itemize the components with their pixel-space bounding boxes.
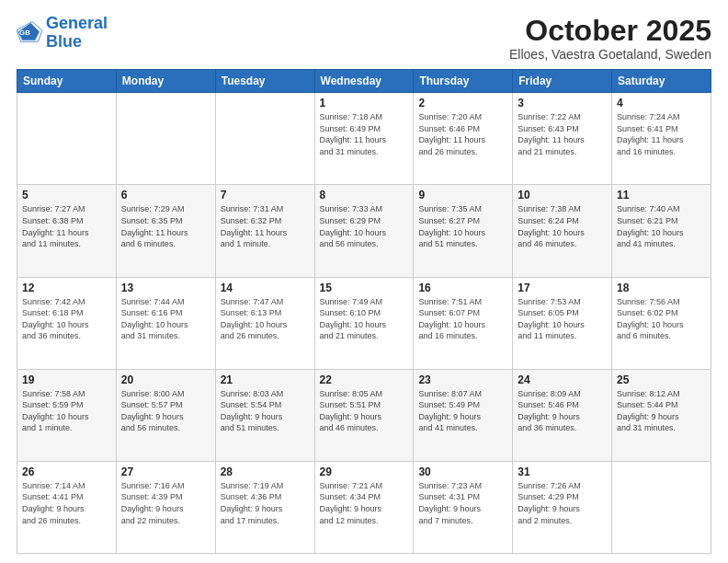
day-number: 8 [320, 189, 409, 201]
day-info: Sunrise: 7:22 AM Sunset: 6:43 PM Dayligh… [518, 111, 607, 157]
calendar-cell: 30Sunrise: 7:23 AM Sunset: 4:31 PM Dayli… [414, 461, 513, 553]
day-info: Sunrise: 8:05 AM Sunset: 5:51 PM Dayligh… [320, 388, 409, 434]
weekday-header-saturday: Saturday [612, 70, 711, 93]
day-number: 13 [121, 282, 210, 294]
logo-line2: Blue [46, 32, 82, 51]
calendar-subtitle: Elloes, Vaestra Goetaland, Sweden [509, 47, 711, 62]
day-info: Sunrise: 7:51 AM Sunset: 6:07 PM Dayligh… [418, 296, 507, 342]
logo-text: General Blue [46, 15, 108, 52]
day-number: 27 [121, 465, 210, 478]
day-number: 10 [518, 189, 607, 201]
day-number: 14 [221, 282, 310, 294]
calendar-table: SundayMondayTuesdayWednesdayThursdayFrid… [17, 69, 711, 554]
day-number: 28 [221, 465, 310, 478]
calendar-cell: 27Sunrise: 7:16 AM Sunset: 4:39 PM Dayli… [116, 461, 215, 553]
calendar-cell: 8Sunrise: 7:33 AM Sunset: 6:29 PM Daylig… [314, 185, 414, 277]
day-info: Sunrise: 7:24 AM Sunset: 6:41 PM Dayligh… [617, 111, 706, 157]
calendar-cell [215, 93, 314, 185]
calendar-cell: 25Sunrise: 8:12 AM Sunset: 5:44 PM Dayli… [612, 369, 711, 461]
calendar-cell: 3Sunrise: 7:22 AM Sunset: 6:43 PM Daylig… [513, 93, 612, 185]
day-info: Sunrise: 7:35 AM Sunset: 6:27 PM Dayligh… [418, 203, 507, 249]
calendar-cell: 11Sunrise: 7:40 AM Sunset: 6:21 PM Dayli… [612, 185, 711, 277]
day-info: Sunrise: 8:00 AM Sunset: 5:57 PM Dayligh… [121, 388, 210, 434]
day-info: Sunrise: 7:42 AM Sunset: 6:18 PM Dayligh… [22, 296, 111, 342]
weekday-header-wednesday: Wednesday [314, 70, 414, 93]
day-number: 20 [121, 373, 210, 386]
day-number: 11 [617, 189, 706, 201]
day-info: Sunrise: 7:47 AM Sunset: 6:13 PM Dayligh… [221, 296, 310, 342]
weekday-header-sunday: Sunday [17, 70, 117, 93]
calendar-cell: 14Sunrise: 7:47 AM Sunset: 6:13 PM Dayli… [215, 277, 314, 369]
day-info: Sunrise: 7:53 AM Sunset: 6:05 PM Dayligh… [518, 296, 607, 342]
calendar-cell: 12Sunrise: 7:42 AM Sunset: 6:18 PM Dayli… [17, 277, 117, 369]
day-info: Sunrise: 7:49 AM Sunset: 6:10 PM Dayligh… [320, 296, 409, 342]
day-number: 16 [418, 282, 507, 294]
day-number: 18 [617, 282, 706, 294]
day-number: 22 [320, 373, 409, 386]
calendar-cell: 10Sunrise: 7:38 AM Sunset: 6:24 PM Dayli… [513, 185, 612, 277]
day-info: Sunrise: 8:12 AM Sunset: 5:44 PM Dayligh… [617, 388, 706, 434]
day-number: 5 [22, 189, 111, 201]
calendar-cell: 7Sunrise: 7:31 AM Sunset: 6:32 PM Daylig… [215, 185, 314, 277]
page: GB General Blue October 2025 Elloes, Vae… [0, 0, 728, 563]
calendar-cell: 16Sunrise: 7:51 AM Sunset: 6:07 PM Dayli… [414, 277, 513, 369]
calendar-cell: 4Sunrise: 7:24 AM Sunset: 6:41 PM Daylig… [612, 93, 711, 185]
day-info: Sunrise: 7:19 AM Sunset: 4:36 PM Dayligh… [221, 480, 310, 526]
day-number: 15 [320, 282, 409, 294]
day-number: 6 [121, 189, 210, 201]
day-info: Sunrise: 7:56 AM Sunset: 6:02 PM Dayligh… [617, 296, 706, 342]
calendar-week-1: 1Sunrise: 7:18 AM Sunset: 6:49 PM Daylig… [17, 93, 711, 185]
day-info: Sunrise: 8:09 AM Sunset: 5:46 PM Dayligh… [518, 388, 607, 434]
calendar-cell: 6Sunrise: 7:29 AM Sunset: 6:35 PM Daylig… [116, 185, 215, 277]
day-number: 29 [320, 465, 409, 478]
day-info: Sunrise: 7:21 AM Sunset: 4:34 PM Dayligh… [320, 480, 409, 526]
day-number: 2 [418, 97, 507, 109]
calendar-cell: 2Sunrise: 7:20 AM Sunset: 6:46 PM Daylig… [414, 93, 513, 185]
calendar-cell: 23Sunrise: 8:07 AM Sunset: 5:49 PM Dayli… [414, 369, 513, 461]
calendar-cell: 13Sunrise: 7:44 AM Sunset: 6:16 PM Dayli… [116, 277, 215, 369]
calendar-cell: 29Sunrise: 7:21 AM Sunset: 4:34 PM Dayli… [314, 461, 414, 553]
calendar-week-5: 26Sunrise: 7:14 AM Sunset: 4:41 PM Dayli… [17, 461, 711, 553]
calendar-cell: 21Sunrise: 8:03 AM Sunset: 5:54 PM Dayli… [215, 369, 314, 461]
day-info: Sunrise: 7:44 AM Sunset: 6:16 PM Dayligh… [121, 296, 210, 342]
day-info: Sunrise: 7:27 AM Sunset: 6:38 PM Dayligh… [22, 203, 111, 249]
day-info: Sunrise: 7:20 AM Sunset: 6:46 PM Dayligh… [418, 111, 507, 157]
calendar-week-3: 12Sunrise: 7:42 AM Sunset: 6:18 PM Dayli… [17, 277, 711, 369]
title-block: October 2025 Elloes, Vaestra Goetaland, … [509, 15, 711, 62]
day-number: 4 [617, 97, 706, 109]
day-number: 24 [518, 373, 607, 386]
calendar-cell: 17Sunrise: 7:53 AM Sunset: 6:05 PM Dayli… [513, 277, 612, 369]
calendar-cell: 20Sunrise: 8:00 AM Sunset: 5:57 PM Dayli… [116, 369, 215, 461]
day-number: 21 [221, 373, 310, 386]
day-number: 19 [22, 373, 111, 386]
day-info: Sunrise: 7:23 AM Sunset: 4:31 PM Dayligh… [418, 480, 507, 526]
calendar-cell: 24Sunrise: 8:09 AM Sunset: 5:46 PM Dayli… [513, 369, 612, 461]
day-number: 9 [418, 189, 507, 201]
day-number: 25 [617, 373, 706, 386]
day-info: Sunrise: 7:31 AM Sunset: 6:32 PM Dayligh… [221, 203, 310, 249]
weekday-header-thursday: Thursday [414, 70, 513, 93]
calendar-title: October 2025 [509, 15, 711, 47]
weekday-header-row: SundayMondayTuesdayWednesdayThursdayFrid… [17, 70, 711, 93]
day-info: Sunrise: 7:33 AM Sunset: 6:29 PM Dayligh… [320, 203, 409, 249]
day-info: Sunrise: 7:58 AM Sunset: 5:59 PM Dayligh… [22, 388, 111, 434]
svg-text:GB: GB [19, 28, 30, 36]
day-info: Sunrise: 7:38 AM Sunset: 6:24 PM Dayligh… [518, 203, 607, 249]
day-info: Sunrise: 7:14 AM Sunset: 4:41 PM Dayligh… [22, 480, 111, 526]
day-number: 31 [518, 465, 607, 478]
weekday-header-friday: Friday [513, 70, 612, 93]
calendar-cell: 15Sunrise: 7:49 AM Sunset: 6:10 PM Dayli… [314, 277, 414, 369]
calendar-cell: 19Sunrise: 7:58 AM Sunset: 5:59 PM Dayli… [17, 369, 117, 461]
calendar-cell: 9Sunrise: 7:35 AM Sunset: 6:27 PM Daylig… [414, 185, 513, 277]
day-info: Sunrise: 7:16 AM Sunset: 4:39 PM Dayligh… [121, 480, 210, 526]
logo-line1: General [46, 14, 108, 32]
day-number: 3 [518, 97, 607, 109]
calendar-cell: 18Sunrise: 7:56 AM Sunset: 6:02 PM Dayli… [612, 277, 711, 369]
header: GB General Blue October 2025 Elloes, Vae… [17, 15, 711, 62]
calendar-cell: 22Sunrise: 8:05 AM Sunset: 5:51 PM Dayli… [314, 369, 414, 461]
day-number: 7 [221, 189, 310, 201]
weekday-header-tuesday: Tuesday [215, 70, 314, 93]
calendar-cell: 26Sunrise: 7:14 AM Sunset: 4:41 PM Dayli… [17, 461, 117, 553]
day-number: 12 [22, 282, 111, 294]
logo-icon: GB [17, 20, 42, 46]
